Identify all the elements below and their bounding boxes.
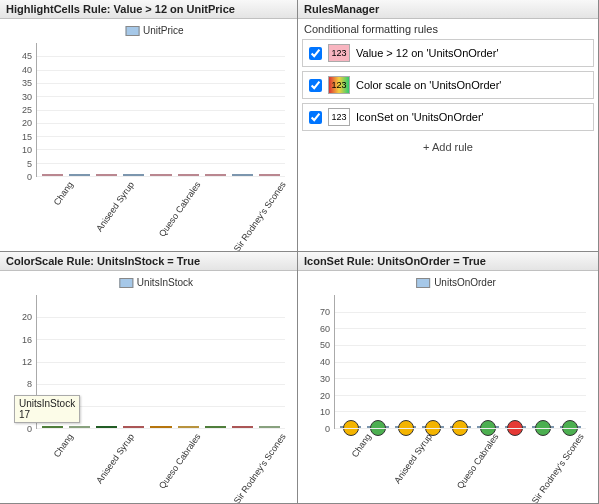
rule-checkbox[interactable]	[309, 79, 322, 92]
y-tick-label: 45	[22, 51, 32, 61]
rule-label: Color scale on 'UnitsOnOrder'	[356, 79, 501, 91]
y-tick-label: 40	[22, 65, 32, 75]
chart-tooltip: UnitsInStock 17	[14, 395, 80, 423]
y-tick-label: 40	[320, 357, 330, 367]
y-tick-label: 15	[22, 132, 32, 142]
y-tick-label: 8	[27, 379, 32, 389]
legend-label: UnitsInStock	[137, 277, 193, 288]
panel-highlight-cells: HighlightCells Rule: Value > 12 on UnitP…	[0, 0, 297, 251]
legend-label: UnitsOnOrder	[434, 277, 496, 288]
panel-rules-manager: RulesManager Conditional formatting rule…	[298, 0, 598, 251]
y-tick-label: 30	[22, 92, 32, 102]
y-tick-label: 20	[22, 118, 32, 128]
y-tick-label: 0	[27, 424, 32, 434]
panel-title: IconSet Rule: UnitsOnOrder = True	[298, 252, 598, 271]
add-rule-button[interactable]: + Add rule	[298, 133, 598, 161]
y-tick-label: 35	[22, 78, 32, 88]
chart-unitsonorder: UnitsOnOrder 010203040506070 ChangAnisee…	[304, 275, 592, 501]
legend: UnitPrice	[125, 25, 184, 36]
y-tick-label: 10	[22, 145, 32, 155]
legend: UnitsOnOrder	[416, 277, 496, 288]
rule-label: Value > 12 on 'UnitsOnOrder'	[356, 47, 499, 59]
panel-title: HighlightCells Rule: Value > 12 on UnitP…	[0, 0, 297, 19]
rule-swatch-pink: 123	[328, 44, 350, 62]
y-tick-label: 30	[320, 374, 330, 384]
chart-unitprice: UnitPrice 051015202530354045 ChangAnisee…	[6, 23, 291, 249]
rule-swatch-gradient: 123	[328, 76, 350, 94]
rule-item-icon-set[interactable]: 123 IconSet on 'UnitsOnOrder'	[302, 103, 594, 131]
y-tick-label: 70	[320, 307, 330, 317]
rule-item-color-scale[interactable]: 123 Color scale on 'UnitsOnOrder'	[302, 71, 594, 99]
y-tick-label: 50	[320, 340, 330, 350]
y-tick-label: 5	[27, 159, 32, 169]
y-tick-label: 10	[320, 407, 330, 417]
rules-heading: Conditional formatting rules	[298, 19, 598, 37]
y-tick-label: 25	[22, 105, 32, 115]
rule-checkbox[interactable]	[309, 111, 322, 124]
y-tick-label: 0	[27, 172, 32, 182]
legend-label: UnitPrice	[143, 25, 184, 36]
panel-color-scale: ColorScale Rule: UnitsInStock = True Uni…	[0, 252, 297, 503]
y-tick-label: 20	[22, 312, 32, 322]
y-tick-label: 0	[325, 424, 330, 434]
panel-title: ColorScale Rule: UnitsInStock = True	[0, 252, 297, 271]
rule-item-value-gt-12[interactable]: 123 Value > 12 on 'UnitsOnOrder'	[302, 39, 594, 67]
rule-swatch-iconset: 123	[328, 108, 350, 126]
rule-label: IconSet on 'UnitsOnOrder'	[356, 111, 484, 123]
y-tick-label: 60	[320, 324, 330, 334]
rule-checkbox[interactable]	[309, 47, 322, 60]
y-tick-label: 16	[22, 335, 32, 345]
y-tick-label: 20	[320, 391, 330, 401]
legend: UnitsInStock	[119, 277, 193, 288]
chart-unitsinstock: UnitsInStock 048121620 ChangAniseed Syru…	[6, 275, 291, 501]
panel-icon-set: IconSet Rule: UnitsOnOrder = True UnitsO…	[298, 252, 598, 503]
y-tick-label: 12	[22, 357, 32, 367]
panel-title: RulesManager	[298, 0, 598, 19]
